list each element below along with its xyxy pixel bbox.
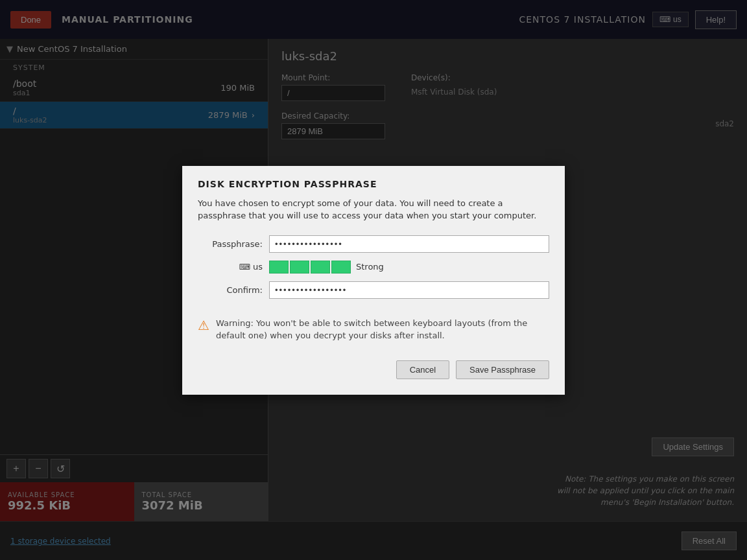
strength-bar-1: [269, 261, 289, 274]
warning-icon: ⚠: [198, 318, 209, 333]
confirm-row: Confirm:: [198, 281, 549, 299]
keyboard-small-icon: ⌨: [239, 262, 250, 272]
strength-bar-2: [290, 261, 309, 274]
dialog-title: DISK ENCRYPTION PASSPHRASE: [198, 179, 549, 189]
confirm-label: Confirm:: [198, 285, 263, 295]
strength-bars: Strong: [269, 261, 384, 274]
passphrase-label: Passphrase:: [198, 239, 263, 249]
passphrase-input[interactable]: [269, 235, 549, 253]
confirm-input[interactable]: [269, 281, 549, 299]
strength-bar-3: [311, 261, 330, 274]
dialog-overlay: DISK ENCRYPTION PASSPHRASE You have chos…: [0, 0, 747, 560]
dialog-description: You have chosen to encrypt some of your …: [198, 197, 549, 222]
keyboard-layout-text: us: [253, 262, 263, 272]
strength-bar-4: [331, 261, 351, 274]
save-passphrase-button[interactable]: Save Passphrase: [456, 360, 549, 379]
dialog-form: Passphrase: ⌨ us Strong Confi: [198, 235, 549, 347]
warning-row: ⚠ Warning: You won't be able to switch b…: [198, 312, 549, 347]
strength-label: Strong: [356, 262, 384, 272]
strength-row: ⌨ us Strong: [198, 261, 549, 274]
warning-text: Warning: You won't be able to switch bet…: [216, 317, 549, 342]
disk-encryption-dialog: DISK ENCRYPTION PASSPHRASE You have chos…: [182, 166, 565, 395]
passphrase-row: Passphrase:: [198, 235, 549, 253]
cancel-button[interactable]: Cancel: [396, 360, 449, 379]
keyboard-layout-indicator: ⌨ us: [198, 262, 263, 272]
dialog-buttons: Cancel Save Passphrase: [198, 360, 549, 379]
